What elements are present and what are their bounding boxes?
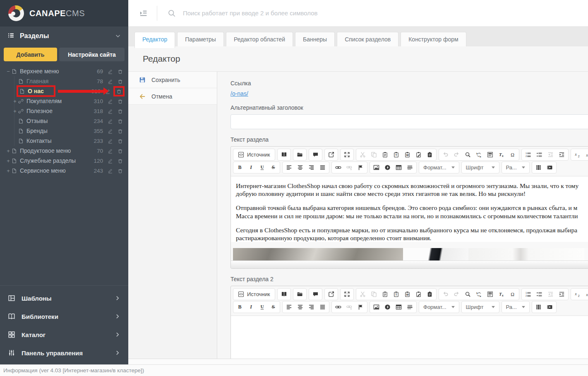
tree-item[interactable]: Отзывы234 — [0, 116, 128, 126]
trash-icon[interactable] — [115, 88, 123, 95]
chevron-down-icon[interactable] — [115, 33, 121, 39]
replace-icon[interactable]: ba — [473, 149, 485, 160]
trash-icon[interactable] — [118, 99, 123, 104]
cancel-button[interactable]: Отмена — [128, 88, 217, 105]
trash-icon[interactable] — [118, 79, 123, 84]
subscript-icon[interactable]: x2 — [572, 289, 583, 299]
paste-edit-icon[interactable] — [413, 289, 424, 299]
italic-icon[interactable]: I — [245, 162, 257, 173]
align-left-icon[interactable] — [283, 162, 295, 173]
tree-expander-minus-icon[interactable]: − — [5, 68, 12, 75]
editor-1-content[interactable]: Интернет-магазин ClothesShop начал свою … — [231, 176, 588, 242]
tree-item[interactable]: −Верхнее меню69 — [0, 66, 128, 76]
edit-icon[interactable] — [108, 108, 113, 114]
edit-icon[interactable] — [108, 168, 113, 174]
anchor-icon[interactable] — [355, 162, 366, 173]
sidebar-item-libraries[interactable]: Библиотеки — [0, 307, 128, 325]
collapse-sidebar-icon[interactable] — [139, 9, 148, 17]
paste-edit-icon[interactable] — [413, 149, 424, 160]
image-icon[interactable] — [371, 162, 382, 173]
book-icon[interactable] — [278, 289, 290, 299]
logo-link[interactable]: CANAPECMS — [0, 0, 128, 27]
tab-areas-editor[interactable]: Редактор областей — [226, 32, 293, 46]
edit-icon[interactable] — [108, 99, 113, 104]
paste-text-icon[interactable]: T — [391, 289, 402, 299]
tree-item[interactable]: О нас316 — [0, 86, 128, 96]
trash-icon[interactable] — [118, 158, 123, 164]
bullet-list-icon[interactable] — [534, 289, 545, 299]
size-dropdown[interactable]: Ра... — [502, 301, 530, 313]
edit-icon[interactable] — [108, 128, 113, 134]
tab-banners[interactable]: Баннеры — [295, 32, 335, 46]
flash-icon[interactable] — [382, 162, 393, 173]
justify-icon[interactable] — [317, 302, 328, 312]
tree-expander-plus-icon[interactable]: + — [5, 158, 12, 164]
tree-item[interactable]: Контакты233 — [0, 136, 128, 146]
align-right-icon[interactable] — [306, 302, 317, 312]
size-dropdown[interactable]: Ра... — [502, 161, 530, 174]
trash-icon[interactable] — [118, 138, 123, 144]
trash-icon[interactable] — [118, 108, 123, 114]
paste-text-icon[interactable]: T — [391, 149, 402, 160]
source-button[interactable]: Источник — [234, 289, 274, 299]
edit-icon[interactable] — [108, 118, 113, 124]
bold-icon[interactable]: B — [234, 162, 245, 173]
superscript-icon[interactable]: x2 — [583, 289, 588, 299]
save-button[interactable]: Сохранить — [128, 72, 217, 88]
select-all-icon[interactable] — [485, 289, 496, 299]
alt-title-input[interactable] — [230, 114, 588, 129]
image-icon[interactable] — [371, 302, 382, 312]
justify-icon[interactable] — [317, 162, 328, 173]
trash-icon[interactable] — [118, 148, 123, 154]
edit-icon[interactable] — [108, 79, 113, 84]
sidebar-item-control-panel[interactable]: Панель управления — [0, 344, 128, 362]
tree-expander-plus-icon[interactable]: + — [5, 168, 12, 174]
folder-icon[interactable] — [294, 149, 305, 160]
sidebar-item-catalog[interactable]: Каталог — [0, 325, 128, 344]
export-icon[interactable] — [326, 289, 337, 299]
underline-icon[interactable]: U — [257, 162, 268, 173]
book-icon[interactable] — [278, 149, 290, 160]
special-char-icon[interactable]: Ω — [507, 149, 518, 160]
font-dropdown[interactable]: Шрифт — [461, 161, 499, 174]
paste-icon[interactable] — [379, 289, 391, 299]
tree-item[interactable]: +Полезное318 — [0, 106, 128, 116]
italic-icon[interactable]: I — [245, 302, 257, 312]
format-dropdown[interactable]: Формат... — [419, 161, 459, 174]
trash-icon[interactable] — [118, 118, 123, 124]
tab-editor[interactable]: Редактор — [134, 32, 175, 48]
tree-item[interactable]: +Покупателям310 — [0, 96, 128, 106]
edit-icon[interactable] — [108, 148, 113, 154]
film-icon[interactable] — [533, 162, 544, 173]
tree-item[interactable]: +Служебные разделы120 — [0, 156, 128, 166]
hrule-icon[interactable] — [404, 302, 415, 312]
anchor-icon[interactable] — [355, 302, 366, 312]
tree-item[interactable]: +Продуктовое меню70 — [0, 146, 128, 156]
find-icon[interactable] — [462, 149, 473, 160]
comment-icon[interactable] — [310, 289, 321, 299]
sections-header[interactable]: Разделы — [0, 27, 128, 46]
bold-icon[interactable]: B — [234, 302, 245, 312]
paste-word-icon[interactable]: W — [402, 289, 413, 299]
tree-item[interactable]: Главная78 — [0, 76, 128, 86]
edit-icon[interactable] — [108, 69, 113, 74]
export-icon[interactable] — [326, 149, 337, 160]
find-icon[interactable] — [462, 289, 473, 299]
tab-parameters[interactable]: Параметры — [177, 32, 224, 46]
numbered-list-icon[interactable]: 12 — [523, 149, 534, 160]
indent-icon[interactable] — [556, 289, 567, 299]
editor-2-content[interactable] — [231, 316, 588, 359]
underline-icon[interactable]: U — [257, 302, 268, 312]
search-input[interactable] — [182, 9, 439, 17]
trash-icon[interactable] — [118, 69, 123, 74]
numbered-list-icon[interactable]: 12 — [523, 289, 534, 299]
table-icon[interactable] — [393, 162, 404, 173]
video-icon[interactable] — [544, 162, 555, 173]
font-dropdown[interactable]: Шрифт — [461, 301, 499, 313]
indent-icon[interactable] — [556, 149, 567, 160]
add-section-button[interactable]: Добавить — [4, 48, 57, 61]
maximize-icon[interactable] — [341, 149, 353, 160]
tree-expander-plus-icon[interactable]: + — [12, 98, 18, 104]
comment-icon[interactable] — [310, 149, 321, 160]
bullet-list-icon[interactable] — [534, 149, 545, 160]
